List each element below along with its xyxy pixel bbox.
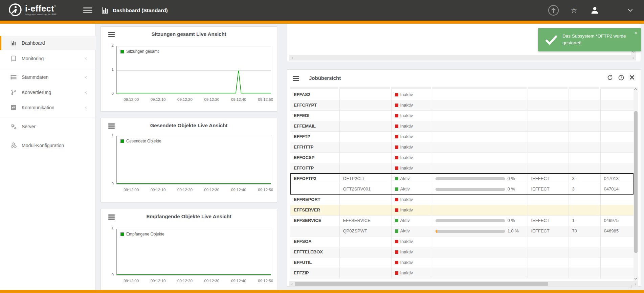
- cell-prog: 0 %: [432, 184, 528, 194]
- history-clock-icon[interactable]: [618, 75, 624, 81]
- scroll-right-arrow[interactable]: ›: [630, 55, 636, 60]
- table-row[interactable]: EFFSERVERInaktiv: [290, 205, 634, 215]
- table-row[interactable]: EFFUTILInaktiv: [290, 257, 634, 268]
- sidebar-item-dashboard[interactable]: Dashboard: [0, 36, 96, 50]
- status-square-icon: [395, 114, 398, 117]
- x-tick-label: 09:12:30: [202, 97, 222, 102]
- table-row[interactable]: EFFFTPInaktiv: [290, 131, 634, 142]
- cell-thr: [569, 236, 600, 247]
- table-row[interactable]: EFFHTTPInaktiv: [290, 142, 634, 152]
- table-row[interactable]: EFFSOAInaktiv: [290, 236, 634, 247]
- favorite-star-icon[interactable]: ☆: [569, 0, 579, 21]
- cell-nr: 047014: [600, 184, 634, 194]
- cell-thr: [569, 121, 600, 131]
- cell-user: IEFFECT: [528, 226, 569, 236]
- sidebar-item-monitoring[interactable]: Monitoring ‹: [0, 51, 96, 66]
- cell-nr: 046985: [600, 226, 634, 236]
- cell-prog: 0 %: [432, 215, 528, 226]
- table-row[interactable]: EFFTELEBOXInaktiv: [290, 247, 634, 257]
- cell-sub: EFFOCSP: [290, 152, 339, 163]
- page-title: Dashboard (Standard): [113, 7, 168, 14]
- sidebar-item-label: Dashboard: [22, 40, 45, 46]
- book-icon: [10, 55, 17, 62]
- status-square-icon: [395, 156, 398, 159]
- x-tick-label: 09:12:00: [121, 97, 141, 102]
- resize-handle[interactable]: [628, 285, 631, 288]
- vertical-scrollbar-thumb[interactable]: [634, 111, 638, 253]
- chart-panel-empfangende-objekte: Empfangende Objekte Live Ansicht Empfang…: [101, 209, 277, 290]
- cell-prog: 1.0 %: [432, 226, 528, 236]
- refresh-icon[interactable]: [607, 75, 613, 81]
- cell-status: Inaktiv: [391, 142, 432, 152]
- progress-bar: [436, 188, 505, 191]
- cell-status: Inaktiv: [391, 194, 432, 205]
- close-icon[interactable]: [629, 75, 635, 81]
- jobs-table: EFFAS2InaktivEFFCRYPTInaktivEFFEDIInakti…: [290, 89, 634, 278]
- table-row[interactable]: EFFSERVICEEFFSERVICEAktiv0 %IEFFECT10469…: [290, 215, 634, 226]
- scroll-right-arrow[interactable]: ›: [633, 281, 638, 287]
- jobs-panel-title: Jobübersicht: [309, 75, 341, 81]
- table-row[interactable]: EFFCRYPTInaktiv: [290, 100, 634, 110]
- cell-thr: [569, 131, 600, 142]
- cell-sub: EFFEDI: [290, 110, 339, 121]
- cell-nr: [600, 110, 634, 121]
- scroll-left-arrow[interactable]: ‹: [289, 281, 295, 287]
- chart-title: Empfangende Objekte Live Ansicht: [101, 213, 277, 219]
- sidebar-item-server[interactable]: Server: [0, 119, 96, 134]
- cell-user: [528, 142, 569, 152]
- status-square-icon: [395, 250, 398, 254]
- legend: Sitzungen gesamt: [119, 49, 160, 54]
- horizontal-scrollbar-thumb[interactable]: [295, 282, 548, 286]
- table-row[interactable]: EFFOFTP2OFTP2CLTAktiv0 %IEFFECT3047013: [290, 173, 634, 184]
- sidebar-item-label: Modul-Konfiguration: [22, 143, 64, 148]
- status-text: Aktiv: [400, 228, 410, 233]
- cubes-icon: [10, 142, 17, 149]
- brand-logo[interactable]: i-effect® integrated solutions for IBM i: [8, 3, 57, 17]
- x-tick-label: 09:12:10: [148, 188, 168, 192]
- sidebar-item-stammdaten[interactable]: Stammdaten ‹: [0, 69, 96, 85]
- cell-status: Aktiv: [391, 184, 432, 194]
- table-row[interactable]: EFFEDIInaktiv: [290, 110, 634, 121]
- cell-status: Inaktiv: [391, 110, 432, 121]
- table-row[interactable]: EFFREPORTInaktiv: [290, 194, 634, 205]
- sidebar-toggle-hamburger-icon[interactable]: [83, 7, 92, 15]
- jobs-table-body: EFFAS2InaktivEFFCRYPTInaktivEFFEDIInakti…: [290, 89, 634, 278]
- cell-job: OFT2SRV001: [339, 184, 391, 194]
- cell-sub: EFFOFTP2: [290, 173, 339, 184]
- cell-user: [528, 257, 569, 268]
- cell-nr: [600, 89, 634, 100]
- upload-button[interactable]: [547, 0, 560, 21]
- status-text: Inaktiv: [400, 92, 413, 97]
- user-account-button[interactable]: [589, 0, 601, 21]
- horizontal-scrollbar[interactable]: ‹ ›: [289, 281, 638, 287]
- horizontal-scrollbar[interactable]: ‹ ›: [289, 55, 636, 61]
- table-row[interactable]: EFFZIPInaktiv: [290, 268, 634, 278]
- y-tick-label: 1: [101, 226, 114, 230]
- scroll-down-arrow[interactable]: [634, 276, 638, 281]
- progress-label: 0 %: [508, 218, 515, 223]
- table-row[interactable]: QP0ZSPWTAktiv1.0 %IEFFECT70046985: [290, 226, 634, 236]
- vertical-scrollbar[interactable]: [634, 87, 638, 281]
- sidebar-item-kommunikation[interactable]: Kommunikation ‹: [0, 100, 96, 115]
- table-row[interactable]: EFFAS2Inaktiv: [290, 89, 634, 100]
- cell-sub: EFFTELEBOX: [290, 247, 339, 257]
- page: { "navbar": { "brand": "i-effect", "bran…: [0, 0, 644, 293]
- table-row[interactable]: EFFEMAILInaktiv: [290, 121, 634, 131]
- table-row[interactable]: OFT2SRV001Aktiv0 %IEFFECT3047014: [290, 184, 634, 194]
- sidebar-divider: [0, 68, 96, 68]
- cell-sub: EFFCRYPT: [290, 100, 339, 110]
- sidebar-item-modul-konfiguration[interactable]: Modul-Konfiguration: [0, 138, 96, 153]
- sidebar-item-konvertierung[interactable]: Konvertierung ‹: [0, 85, 96, 100]
- scroll-up-arrow[interactable]: [634, 87, 638, 91]
- progress-bar-fill: [436, 230, 437, 233]
- table-row[interactable]: EFFOCSPInaktiv: [290, 152, 634, 163]
- cell-status: Aktiv: [391, 226, 432, 236]
- scroll-left-arrow[interactable]: ‹: [289, 55, 295, 60]
- table-top-scroll-strip[interactable]: [290, 87, 634, 89]
- navbar-chevron-down-icon[interactable]: [626, 0, 635, 21]
- toast-close-icon[interactable]: ×: [634, 30, 637, 36]
- panel-drag-handle-icon[interactable]: [293, 76, 299, 82]
- table-row[interactable]: EFFOFTPInaktiv: [290, 163, 634, 173]
- y-tick-label: 0: [101, 273, 114, 277]
- cell-thr: 1: [569, 215, 600, 226]
